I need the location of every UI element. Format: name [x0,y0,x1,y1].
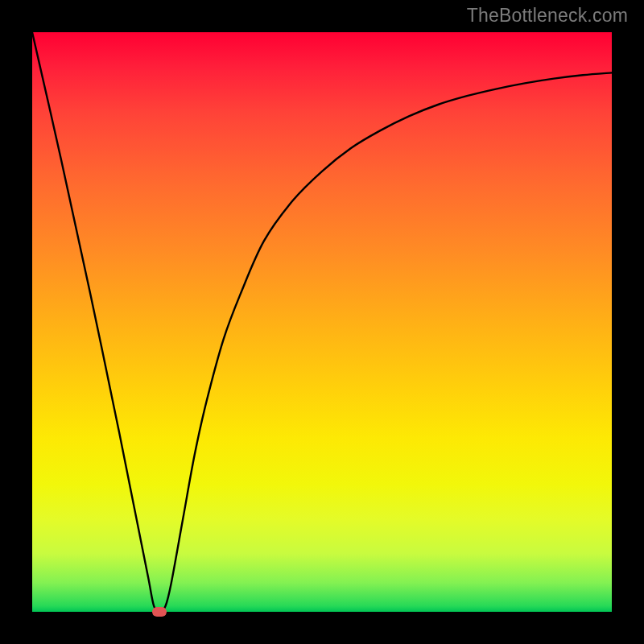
chart-frame: TheBottleneck.com [0,0,644,644]
watermark-text: TheBottleneck.com [467,5,628,27]
curve-layer [32,32,612,612]
optimum-marker [152,607,167,617]
bottleneck-curve [32,32,612,612]
plot-area [32,32,612,612]
